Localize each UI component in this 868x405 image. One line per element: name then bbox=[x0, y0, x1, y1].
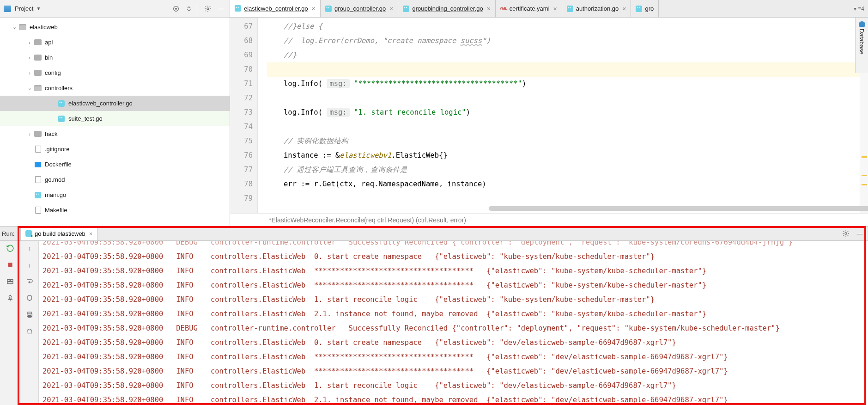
svg-rect-6 bbox=[10, 279, 12, 281]
code-line-70[interactable] bbox=[267, 62, 860, 77]
file-row-go-mod[interactable]: go.mod bbox=[0, 172, 230, 187]
console-output[interactable]: 2021-03-04T09:35:58.920+0800 DEBUG contr… bbox=[39, 241, 868, 405]
close-icon[interactable]: × bbox=[389, 5, 393, 12]
soft-wrap-icon[interactable] bbox=[25, 277, 34, 286]
folder-icon bbox=[34, 130, 42, 138]
project-header: Project ▼ — bbox=[0, 0, 230, 18]
run-hide-icon[interactable]: — bbox=[854, 228, 865, 239]
folder-row-hack[interactable]: ›hack bbox=[0, 126, 230, 141]
expand-all-icon[interactable] bbox=[184, 4, 194, 14]
log-line: 2021-03-04T09:35:58.920+0800 INFO contro… bbox=[42, 293, 864, 307]
editor-tab-certificate-yaml[interactable]: YMLcertificate.yaml× bbox=[496, 0, 562, 17]
run-header: Run: go build elasticweb × — bbox=[0, 226, 868, 241]
locate-icon[interactable] bbox=[171, 4, 181, 14]
tab-overflow-icon[interactable]: ▾ ≡4 bbox=[850, 0, 868, 17]
project-tree[interactable]: ⌄elasticweb›api›bin›config⌄controllersel… bbox=[0, 18, 230, 226]
log-line: 2021-03-04T09:35:58.920+0800 INFO contro… bbox=[42, 264, 864, 278]
svg-rect-4 bbox=[8, 263, 12, 267]
database-tab-label: Database bbox=[858, 29, 865, 55]
code-line-74[interactable] bbox=[267, 120, 860, 134]
up-icon[interactable]: ↑ bbox=[25, 244, 34, 253]
folder-row-bin[interactable]: ›bin bbox=[0, 50, 230, 65]
database-tool-tab[interactable]: Database bbox=[855, 18, 868, 73]
tree-item-label: go.mod bbox=[45, 176, 65, 183]
code-line-69[interactable]: //} bbox=[267, 48, 860, 62]
folder-icon bbox=[34, 84, 42, 92]
tree-item-label: Dockerfile bbox=[45, 161, 72, 168]
tree-item-label: bin bbox=[45, 54, 53, 61]
file-row-elasticweb-controller-go[interactable]: elasticweb_controller.go bbox=[0, 96, 230, 111]
code-line-76[interactable]: instance := &elasticwebv1.ElasticWeb{} bbox=[267, 148, 860, 163]
settings-icon[interactable] bbox=[203, 4, 213, 14]
close-icon[interactable]: × bbox=[312, 5, 316, 12]
file-icon bbox=[34, 176, 42, 184]
folder-row-config[interactable]: ›config bbox=[0, 65, 230, 80]
editor-tab-gro[interactable]: gro bbox=[631, 0, 659, 17]
code-line-72[interactable] bbox=[267, 91, 860, 105]
down-icon[interactable]: ↓ bbox=[25, 260, 34, 270]
tab-label: authorization.go bbox=[576, 5, 619, 12]
code-line-73[interactable]: log.Info( msg: "1. start reconcile logic… bbox=[267, 105, 860, 120]
rerun-icon[interactable] bbox=[6, 244, 15, 253]
tree-item-label: Makefile bbox=[45, 207, 67, 214]
close-icon[interactable]: × bbox=[553, 5, 557, 12]
close-icon[interactable]: × bbox=[89, 230, 93, 237]
tab-label: gro bbox=[645, 5, 654, 12]
project-title[interactable]: Project bbox=[15, 5, 33, 12]
layout-icon[interactable] bbox=[6, 277, 15, 286]
pin-icon[interactable] bbox=[6, 294, 15, 303]
run-tool-window: Run: go build elasticweb × — ↑ ↓ 2021-03… bbox=[0, 226, 868, 405]
code-line-78[interactable]: err := r.Get(ctx, req.NamespacedName, in… bbox=[267, 177, 860, 191]
code-line-75[interactable]: // 实例化数据结构 bbox=[267, 134, 860, 148]
folder-icon bbox=[18, 23, 27, 31]
log-line: 2021-03-04T09:35:58.920+0800 INFO contro… bbox=[42, 278, 864, 293]
editor-tab-elasticweb-controller-go[interactable]: elasticweb_controller.go× bbox=[230, 0, 321, 18]
code-line-77[interactable]: // 通过客户端工具查询，查询条件是 bbox=[267, 163, 860, 177]
folder-row-api[interactable]: ›api bbox=[0, 35, 230, 50]
svg-rect-5 bbox=[7, 279, 10, 281]
hide-icon[interactable]: — bbox=[216, 4, 226, 14]
stop-icon[interactable] bbox=[6, 260, 15, 270]
close-icon[interactable]: × bbox=[622, 5, 626, 12]
run-config-label: go build elasticweb bbox=[35, 230, 85, 237]
log-line: 2021-03-04T09:35:58.920+0800 INFO contro… bbox=[42, 393, 864, 405]
tree-item-label: hack bbox=[45, 130, 57, 137]
trash-icon[interactable] bbox=[25, 327, 34, 336]
tree-item-label: elasticweb_controller.go bbox=[68, 100, 133, 107]
docker-icon bbox=[34, 160, 42, 169]
code-line-71[interactable]: log.Info( msg: "************************… bbox=[267, 77, 860, 91]
print-icon[interactable] bbox=[25, 310, 34, 319]
tree-item-label: config bbox=[45, 69, 61, 76]
folder-row-controllers[interactable]: ⌄controllers bbox=[0, 80, 230, 96]
log-line: 2021-03-04T09:35:58.920+0800 INFO contro… bbox=[42, 250, 864, 264]
code-editor[interactable]: //}else {// log.Error(errDemo, "create n… bbox=[267, 18, 860, 213]
code-line-79[interactable] bbox=[267, 191, 860, 206]
editor-tab-group-controller-go[interactable]: group_controller.go× bbox=[321, 0, 399, 17]
folder-row-elasticweb[interactable]: ⌄elasticweb bbox=[0, 19, 230, 35]
code-line-67[interactable]: //}else { bbox=[267, 19, 860, 34]
editor-h-scrollbar[interactable] bbox=[267, 205, 794, 212]
file-row-dockerfile[interactable]: Dockerfile bbox=[0, 157, 230, 172]
editor-tab-authorization-go[interactable]: authorization.go× bbox=[562, 0, 631, 17]
run-settings-icon[interactable] bbox=[840, 228, 851, 239]
close-icon[interactable]: × bbox=[487, 5, 491, 12]
editor-tab-groupbinding-controller-go[interactable]: groupbinding_controller.go× bbox=[398, 0, 495, 17]
tree-item-label: main.go bbox=[45, 191, 66, 198]
go-file-icon bbox=[636, 6, 642, 12]
run-mid-toolbar: ↑ ↓ bbox=[20, 241, 39, 405]
scroll-to-end-icon[interactable] bbox=[25, 294, 34, 303]
breadcrumb[interactable]: *ElasticWebReconciler.Reconcile(req ctrl… bbox=[230, 213, 868, 226]
file-row-suite-test-go[interactable]: suite_test.go bbox=[0, 111, 230, 126]
go-run-icon bbox=[25, 230, 32, 237]
file-row-main-go[interactable]: main.go bbox=[0, 187, 230, 202]
project-dropdown-icon[interactable]: ▼ bbox=[36, 6, 41, 11]
code-line-68[interactable]: // log.Error(errDemo, "create namespace … bbox=[267, 34, 860, 48]
run-left-toolbar bbox=[0, 241, 20, 405]
tree-item-label: api bbox=[45, 39, 53, 46]
file-row--gitignore[interactable]: .gitignore bbox=[0, 141, 230, 157]
file-icon bbox=[34, 206, 42, 215]
file-row-makefile[interactable]: Makefile bbox=[0, 202, 230, 218]
log-line: 2021-03-04T09:35:58.920+0800 INFO contro… bbox=[42, 379, 864, 393]
run-config-tab[interactable]: go build elasticweb × bbox=[20, 227, 97, 240]
tree-item-label: controllers bbox=[45, 85, 73, 92]
